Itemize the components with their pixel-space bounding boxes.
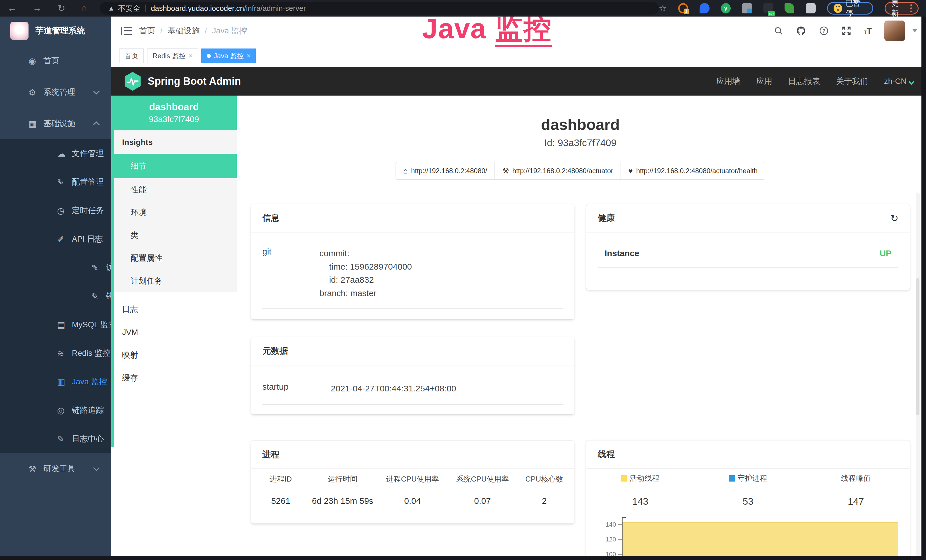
avatar-caret-icon[interactable] — [912, 29, 917, 32]
forward-icon[interactable]: → — [33, 3, 42, 14]
threads-chart-yaxis: 140 120 100 — [599, 517, 622, 560]
endpoint-health-button[interactable]: ♥ http://192.168.0.2:48080/actuator/heal… — [620, 162, 765, 180]
process-value-system-cpu: 0.07 — [448, 496, 517, 506]
back-icon[interactable]: ← — [8, 3, 17, 14]
divider — [262, 404, 563, 405]
sba-item-details[interactable]: 细节 — [114, 154, 237, 178]
scrollbar-thumb[interactable] — [916, 278, 920, 415]
tab-redis-monitor[interactable]: Redis 监控 × — [147, 48, 198, 64]
grid-extension-icon[interactable] — [742, 3, 752, 14]
sba-item-caches[interactable]: 缓存 — [114, 366, 237, 389]
endpoint-buttons: ⌂ http://192.168.0.2:48080/ ⚒ http://192… — [251, 162, 910, 180]
sidebar-item-redis-monitor[interactable]: ≋ Redis 监控 — [0, 339, 111, 368]
help-icon[interactable]: ? — [819, 26, 829, 36]
address-bar[interactable]: ▲ 不安全 dashboard.yudao.iocoder.cn /infra/… — [100, 2, 659, 15]
sidebar-item-trace[interactable]: ◎ 链路追踪 — [0, 396, 111, 424]
instance-header[interactable]: dashboard 93a3fc7f7409 — [111, 95, 237, 130]
breadcrumb-infrastructure[interactable]: 基础设施 — [168, 26, 200, 36]
sba-item-metrics[interactable]: 性能 — [114, 178, 237, 201]
sidebar-item-home[interactable]: ◉ 首页 — [0, 45, 111, 76]
tab-home[interactable]: 首页 — [119, 48, 144, 64]
infrastructure-icon: ▦ — [29, 119, 43, 129]
sidebar-item-api-logs[interactable]: ✐ API 日志 — [0, 225, 111, 253]
svg-text:?: ? — [822, 28, 825, 34]
sidebar-item-infrastructure[interactable]: ▦ 基础设施 — [0, 108, 111, 139]
metadata-card-title: 元数据 — [262, 345, 288, 357]
pin-extension-icon[interactable] — [699, 3, 709, 14]
health-card: 健康 ↺ Instance UP — [586, 204, 910, 290]
extensions-puzzle-icon[interactable] — [806, 3, 816, 14]
breadcrumb-home[interactable]: 首页 — [139, 26, 155, 36]
threads-peak-value: 147 — [802, 496, 910, 507]
threads-chart-plot — [622, 517, 899, 560]
sba-nav-applications[interactable]: 应用 — [756, 76, 772, 87]
url-path: /infra/admin-server — [244, 4, 306, 13]
sba-item-environment[interactable]: 环境 — [114, 201, 237, 224]
sba-item-mappings[interactable]: 映射 — [114, 344, 237, 366]
close-icon[interactable]: × — [189, 52, 192, 60]
log-icon: ✎ — [91, 263, 106, 273]
bookmark-star-icon[interactable]: ☆ — [659, 3, 667, 14]
history-icon[interactable]: ↺ — [890, 212, 899, 224]
admin-sidebar: 芋道管理系统 ◉ 首页 ⚙ 系统管理 ▦ 基础设施 ☁ 文件管理 — [0, 17, 111, 560]
sba-item-config-props[interactable]: 配置属性 — [114, 247, 237, 269]
sba-brand[interactable]: Spring Boot Admin — [124, 71, 241, 91]
sidebar-item-devtools[interactable]: ⚒ 研发工具 — [0, 453, 111, 484]
sba-nav-about[interactable]: 关于我们 — [836, 76, 868, 87]
leaf-extension-icon[interactable] — [785, 3, 794, 14]
sba-item-scheduled-tasks[interactable]: 计划任务 — [114, 269, 237, 292]
sidebar-item-file-management[interactable]: ☁ 文件管理 — [0, 139, 111, 168]
window-edge — [921, 17, 926, 560]
fullscreen-icon[interactable] — [841, 26, 851, 36]
legend-swatch-daemon — [729, 475, 735, 481]
sba-nav-journal[interactable]: 日志报表 — [788, 76, 820, 87]
sidebar-item-access-logs[interactable]: ✎ 访问日志 — [0, 253, 111, 282]
sync-extension-icon[interactable]: 1 — [678, 3, 688, 14]
process-value-cpu-cores: 2 — [517, 496, 571, 506]
home-icon[interactable]: ⌂ — [81, 3, 87, 14]
threads-daemon-value: 53 — [694, 496, 802, 507]
sba-item-logs[interactable]: 日志 — [114, 298, 237, 321]
profile-paused-button[interactable]: 已暂停 — [827, 2, 873, 15]
sidebar-item-system-management[interactable]: ⚙ 系统管理 — [0, 76, 111, 108]
process-table: 进程ID 5261 运行时间 6d 23h 15m 59s 进程CPU使用率 0… — [251, 469, 574, 509]
endpoint-home-button[interactable]: ⌂ http://192.168.0.2:48080/ — [396, 162, 495, 180]
user-avatar[interactable] — [884, 21, 905, 41]
home-icon: ⌂ — [403, 166, 408, 176]
legend-label-live: 活动线程 — [630, 473, 659, 483]
sidebar-item-config-management[interactable]: ✎ 配置管理 — [0, 168, 111, 196]
y-extension-icon[interactable]: y — [721, 3, 731, 14]
sidebar-item-scheduled-jobs[interactable]: ◷ 定时任务 — [0, 196, 111, 225]
threads-chart: 140 120 100 — [586, 517, 910, 560]
chrome-update-menu-button[interactable]: 更新 — [885, 2, 918, 15]
sba-item-classes[interactable]: 类 — [114, 224, 237, 247]
content-scrollbar[interactable] — [916, 192, 920, 560]
endpoint-actuator-button[interactable]: ⚒ http://192.168.0.2:48080/actuator — [495, 162, 621, 180]
tab-java-monitor[interactable]: Java 监控 × — [201, 48, 256, 64]
reload-icon[interactable]: ↻ — [57, 3, 65, 14]
github-icon[interactable] — [796, 26, 806, 36]
sba-item-jvm[interactable]: JVM — [114, 321, 237, 344]
app-logo-row[interactable]: 芋道管理系统 — [0, 17, 111, 45]
eye-icon: ◎ — [57, 406, 72, 415]
sba-nav-wallboard[interactable]: 应用墙 — [716, 76, 740, 87]
legend-label-daemon: 守护进程 — [737, 473, 767, 483]
threads-card-title: 线程 — [598, 448, 615, 460]
process-header-pid: 进程ID — [254, 474, 308, 484]
sba-locale-select[interactable]: zh-CN — [884, 77, 914, 86]
info-card-title: 信息 — [262, 212, 280, 224]
not-secure-label: 不安全 — [118, 3, 140, 14]
sba-sidebar: dashboard 93a3fc7f7409 Insights 细节 性能 环境… — [111, 95, 237, 560]
divider — [145, 5, 146, 12]
close-icon[interactable]: × — [247, 52, 250, 60]
font-size-icon[interactable]: тT — [864, 26, 872, 36]
search-icon[interactable] — [774, 26, 784, 36]
sidebar-item-mysql-monitor[interactable]: ▤ MySQL 监控 — [0, 310, 111, 339]
page-title: dashboard — [251, 115, 910, 133]
sidebar-item-error-logs[interactable]: ✎ 错误日志 — [0, 282, 111, 310]
switch-extension-icon[interactable]: on — [763, 3, 773, 14]
chevron-down-icon — [93, 465, 100, 471]
sidebar-item-log-center[interactable]: ✎ 日志中心 — [0, 424, 111, 453]
sidebar-item-java-monitor[interactable]: ▥ Java 监控 — [0, 368, 111, 396]
sidebar-toggle-icon[interactable] — [121, 26, 132, 35]
